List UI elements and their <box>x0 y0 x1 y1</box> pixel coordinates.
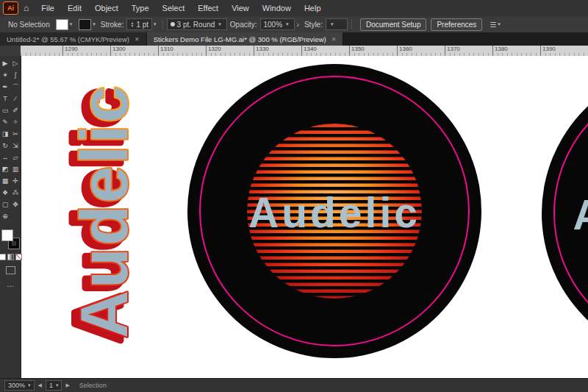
tool-line-segment-icon[interactable]: ⁄ <box>10 93 21 104</box>
tool-pencil-icon[interactable]: ✎ <box>0 116 10 128</box>
sticker-main-text: Audelic <box>248 189 420 236</box>
ruler-major-tick <box>254 46 254 56</box>
tab-stickers-demo-file[interactable]: Stickers Demo File LG-MG.ai* @ 300 % (RG… <box>147 32 344 46</box>
align-options-icon[interactable]: ☰ <box>490 21 496 29</box>
sun-stripe-gap <box>245 253 423 257</box>
stroke-weight-field[interactable]: ▲▼ 1 pt <box>126 18 152 30</box>
menu-file[interactable]: File <box>35 0 61 16</box>
opacity-value: 100% <box>264 21 283 29</box>
vertical-logo-text[interactable]: Audelic <box>68 84 141 338</box>
tool-pen-icon[interactable]: ✒ <box>0 81 10 93</box>
sun-stripe-gap <box>245 167 423 171</box>
ruler-label: 1320 <box>208 46 221 52</box>
draw-mode-button[interactable] <box>6 266 15 274</box>
menu-edit[interactable]: Edit <box>61 0 88 16</box>
stroke-caret-icon[interactable]: ▾ <box>93 21 96 27</box>
ruler-label: 1300 <box>112 46 126 52</box>
tool-type-icon[interactable]: T <box>0 93 10 104</box>
ruler-major-tick <box>301 46 302 56</box>
edit-toolbar-ellipsis-icon[interactable]: … <box>7 280 14 288</box>
tool-direct-selection-icon[interactable]: ▷ <box>10 57 21 69</box>
tool-scissors-icon[interactable]: ✂ <box>10 128 21 140</box>
brush-definition-value: 3 pt. Round <box>177 21 215 29</box>
zoom-caret-icon: ▾ <box>28 382 31 388</box>
stroke-color-swatch[interactable] <box>79 19 91 30</box>
fill-swatch[interactable] <box>1 229 13 241</box>
tool-blend-icon[interactable]: ❖ <box>0 187 10 199</box>
ruler-major-tick <box>110 46 111 56</box>
tool-artboard-icon[interactable]: ▢ <box>0 199 10 210</box>
sticker-partial-text: A <box>573 191 588 238</box>
tool-paintbrush-icon[interactable]: ✐ <box>10 104 21 116</box>
tool-scale-icon[interactable]: ⇲ <box>10 140 21 152</box>
ruler-major-tick <box>492 46 493 56</box>
align-caret-icon[interactable]: ▾ <box>498 21 501 27</box>
tool-eyedropper-icon[interactable]: ✛ <box>10 175 21 187</box>
sticker-partial-right[interactable]: A <box>542 66 588 360</box>
status-tool-hint: Selection <box>79 382 107 389</box>
tool-shape-builder-icon[interactable]: ◩ <box>0 163 10 175</box>
sun-stripe-gap <box>245 180 423 184</box>
canvas-artboard[interactable]: Audelic Audelic Audelic A <box>21 56 588 379</box>
control-bar: No Selection ▾ ▾ Stroke: ▲▼ 1 pt ▾ 3 pt.… <box>0 16 588 33</box>
tools-panel: ▶▷✶ʃ✒⌒T⁄▭✐✎✧◨✂↻⇲↔▱◩▥▦✛❖⁂▢✥⊕ … <box>0 56 21 379</box>
ruler-label: 1350 <box>351 46 365 52</box>
fill-caret-icon[interactable]: ▾ <box>70 21 73 27</box>
tool-width-icon[interactable]: ↔ <box>0 152 10 163</box>
artboard-value: 1 <box>49 382 53 389</box>
style-caret-icon: ▾ <box>331 21 334 27</box>
sun-stripe-gap <box>245 160 423 164</box>
brush-definition-dropdown[interactable]: 3 pt. Round ▾ <box>167 18 227 30</box>
opacity-dropdown[interactable]: 100% ▾ <box>260 18 295 30</box>
tab-untitled-2[interactable]: Untitled-2* @ 55.67 % (CMYK/Preview) ✕ <box>0 32 147 46</box>
tab-close-icon[interactable]: ✕ <box>135 36 140 43</box>
tool-curvature-icon[interactable]: ⌒ <box>10 81 21 93</box>
home-icon[interactable]: ⌂ <box>24 3 29 13</box>
sticker-main[interactable]: Audelic <box>187 64 481 358</box>
color-mode-button[interactable] <box>0 254 6 260</box>
ruler-major-tick <box>445 46 445 56</box>
tool-free-transform-icon[interactable]: ▱ <box>10 152 21 163</box>
menu-view[interactable]: View <box>225 0 256 16</box>
menu-select[interactable]: Select <box>156 0 192 16</box>
tool-symbol-sprayer-icon[interactable]: ⁂ <box>10 187 21 199</box>
zoom-value: 300% <box>8 382 25 389</box>
menu-window[interactable]: Window <box>256 0 298 16</box>
tool-rectangle-icon[interactable]: ▭ <box>0 104 10 116</box>
stroke-weight-caret-icon[interactable]: ▾ <box>154 21 157 27</box>
tool-hand-icon[interactable]: ✥ <box>10 199 21 210</box>
tool-shaper-icon[interactable]: ✧ <box>10 116 21 128</box>
fill-color-swatch[interactable] <box>56 19 68 30</box>
none-mode-button[interactable] <box>15 254 22 260</box>
document-setup-button[interactable]: Document Setup <box>360 18 427 31</box>
preferences-button[interactable]: Preferences <box>431 18 482 31</box>
menu-help[interactable]: Help <box>298 0 328 16</box>
tool-selection-icon[interactable]: ▶ <box>0 57 10 69</box>
menu-object[interactable]: Object <box>88 0 125 16</box>
ruler-major-tick <box>206 46 207 56</box>
stroke-stepper-icon[interactable]: ▲▼ <box>130 21 134 27</box>
tab-label: Stickers Demo File LG-MG.ai* @ 300 % (RG… <box>154 35 326 43</box>
illustrator-app-icon[interactable]: Ai <box>3 1 18 15</box>
tool-grid: ▶▷✶ʃ✒⌒T⁄▭✐✎✧◨✂↻⇲↔▱◩▥▦✛❖⁂▢✥⊕ <box>0 57 21 222</box>
tool-mesh-icon[interactable]: ▦ <box>0 175 10 187</box>
menu-effect[interactable]: Effect <box>191 0 225 16</box>
style-dropdown[interactable]: ▾ <box>326 18 348 30</box>
tool-gradient-icon[interactable]: ▥ <box>10 163 21 175</box>
tab-close-icon[interactable]: ✕ <box>331 36 337 43</box>
tool-rotate-icon[interactable]: ↻ <box>0 140 10 152</box>
zoom-dropdown[interactable]: 300% ▾ <box>4 380 35 391</box>
tool-eraser-icon[interactable]: ◨ <box>0 128 10 140</box>
tool-lasso-icon[interactable]: ʃ <box>10 69 21 81</box>
tool-magic-wand-icon[interactable]: ✶ <box>0 69 10 81</box>
fill-stroke-indicator[interactable] <box>1 229 19 249</box>
next-artboard-icon[interactable]: ▶ <box>65 382 69 388</box>
ruler-label: 1380 <box>495 46 508 52</box>
opacity-panel-chevron-icon[interactable]: › <box>297 21 299 29</box>
tool-zoom-icon[interactable]: ⊕ <box>0 210 10 222</box>
artboard-dropdown[interactable]: 1 ▾ <box>46 380 62 391</box>
gradient-mode-button[interactable] <box>7 254 14 260</box>
menu-type[interactable]: Type <box>125 0 156 16</box>
ruler-label: 1330 <box>256 46 269 52</box>
prev-artboard-icon[interactable]: ◀ <box>38 382 42 388</box>
